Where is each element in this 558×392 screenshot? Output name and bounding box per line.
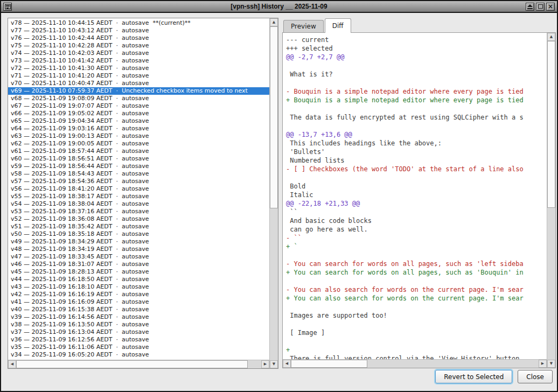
history-row[interactable]: v56 — 2025-11-09 18:41:20 AEDT · autosav…: [8, 185, 269, 193]
window-menu-icon: [5, 4, 11, 9]
history-row[interactable]: v68 — 2025-11-09 19:08:09 AEDT · autosav…: [8, 95, 269, 102]
history-row[interactable]: v50 — 2025-11-09 18:35:18 AEDT · autosav…: [8, 230, 269, 238]
diff-line: Numbered lists: [283, 156, 547, 165]
footer-buttons: Revert to Selected Close: [435, 370, 553, 383]
diff-line: [283, 337, 547, 346]
history-row[interactable]: v36 — 2025-11-09 16:12:56 AEDT · autosav…: [8, 336, 269, 344]
diff-horizontal-scrollbar[interactable]: ◀ ▶: [283, 359, 547, 368]
tab-diff[interactable]: Diff: [325, 18, 351, 33]
maximize-icon: [538, 4, 543, 9]
scroll-up-arrow-icon[interactable]: ▲: [547, 33, 555, 41]
dialog-content: v78 — 2025-11-10 10:44:15 AEDT · autosav…: [1, 13, 557, 390]
history-row[interactable]: v42 — 2025-11-09 16:16:19 AEDT · autosav…: [8, 291, 269, 298]
history-row[interactable]: v57 — 2025-11-09 18:54:36 AEDT · autosav…: [8, 178, 269, 185]
history-row[interactable]: v45 — 2025-11-09 18:28:13 AEDT · autosav…: [8, 268, 269, 276]
history-row[interactable]: v53 — 2025-11-09 18:37:16 AEDT · autosav…: [8, 208, 269, 215]
diff-line: [283, 79, 547, 87]
history-panel: v78 — 2025-11-10 10:44:15 AEDT · autosav…: [8, 18, 278, 369]
history-row[interactable]: v76 — 2025-11-10 10:42:44 AEDT · autosav…: [8, 34, 269, 42]
diff-line: + You can also search for words on the c…: [283, 294, 547, 303]
history-row[interactable]: v38 — 2025-11-09 16:13:50 AEDT · autosav…: [8, 321, 269, 328]
history-row[interactable]: v58 — 2025-11-09 18:54:43 AEDT · autosav…: [8, 170, 269, 178]
history-list[interactable]: v78 — 2025-11-10 10:44:15 AEDT · autosav…: [8, 18, 269, 360]
history-row[interactable]: v66 — 2025-11-09 19:05:02 AEDT · autosav…: [8, 110, 269, 117]
diff-line: [283, 104, 547, 113]
history-row[interactable]: v48 — 2025-11-09 18:34:19 AEDT · autosav…: [8, 246, 269, 253]
diff-line: There is full version control via the 'V…: [283, 354, 547, 359]
history-row[interactable]: v75 — 2025-11-10 10:42:28 AEDT · autosav…: [8, 42, 269, 50]
shade-button[interactable]: [526, 3, 534, 11]
history-row[interactable]: v67 — 2025-11-09 19:07:07 AEDT · autosav…: [8, 102, 269, 110]
diff-line: --- current: [283, 36, 547, 44]
history-row[interactable]: v44 — 2025-11-09 16:18:50 AEDT · autosav…: [8, 276, 269, 283]
history-row[interactable]: v71 — 2025-11-10 10:41:20 AEDT · autosav…: [8, 72, 269, 80]
history-row[interactable]: v61 — 2025-11-09 18:57:44 AEDT · autosav…: [8, 148, 269, 155]
window-menu-button[interactable]: [3, 3, 12, 11]
history-row[interactable]: v34 — 2025-11-09 16:05:20 AEDT · autosav…: [8, 351, 269, 359]
history-row[interactable]: v41 — 2025-11-09 16:16:09 AEDT · autosav…: [8, 298, 269, 306]
history-row[interactable]: v72 — 2025-11-10 10:41:30 AEDT · autosav…: [8, 65, 269, 72]
titlebar[interactable]: [vpn-ssh] History __ 2025-11-09 ×: [1, 1, 557, 13]
history-row[interactable]: v74 — 2025-11-10 10:42:03 AEDT · autosav…: [8, 50, 269, 57]
history-row[interactable]: v49 — 2025-11-09 18:34:29 AEDT · autosav…: [8, 238, 269, 246]
history-row[interactable]: v69 — 2025-11-10 07:59:37 AEDT · Uncheck…: [8, 87, 269, 95]
diff-line: [283, 251, 547, 260]
diff-line: What is it?: [283, 70, 547, 79]
scroll-right-arrow-icon[interactable]: ▶: [539, 360, 547, 368]
scroll-up-arrow-icon[interactable]: ▲: [270, 18, 278, 26]
history-row[interactable]: v77 — 2025-11-10 10:43:12 AEDT · autosav…: [8, 27, 269, 34]
close-icon: ×: [548, 3, 553, 10]
history-row[interactable]: v59 — 2025-11-09 18:56:44 AEDT · autosav…: [8, 163, 269, 170]
tab-preview[interactable]: Preview: [283, 20, 324, 32]
diff-line: + Bouquin is a simple notepad editor whe…: [283, 96, 547, 104]
history-row[interactable]: v46 — 2025-11-09 18:31:07 AEDT · autosav…: [8, 261, 269, 268]
history-row[interactable]: v39 — 2025-11-09 16:14:56 AEDT · autosav…: [8, 313, 269, 321]
diff-vertical-scrollbar[interactable]: ▲ ▼: [547, 33, 555, 368]
history-row[interactable]: v52 — 2025-11-09 18:36:08 AEDT · autosav…: [8, 215, 269, 223]
history-row[interactable]: v55 — 2025-11-09 18:38:17 AEDT · autosav…: [8, 193, 269, 200]
history-vscroll-thumb[interactable]: [270, 26, 278, 208]
history-row[interactable]: v63 — 2025-11-09 19:00:13 AEDT · autosav…: [8, 132, 269, 140]
scroll-down-arrow-icon[interactable]: ▼: [270, 360, 278, 368]
history-row[interactable]: v54 — 2025-11-09 18:38:04 AEDT · autosav…: [8, 200, 269, 208]
scroll-right-arrow-icon[interactable]: ▶: [261, 360, 269, 368]
history-row[interactable]: v62 — 2025-11-09 19:00:05 AEDT · autosav…: [8, 140, 269, 148]
history-row[interactable]: v78 — 2025-11-10 10:44:15 AEDT · autosav…: [8, 19, 269, 27]
scroll-left-arrow-icon[interactable]: ◀: [8, 360, 16, 368]
revert-to-selected-button[interactable]: Revert to Selected: [435, 370, 512, 383]
history-row[interactable]: v70 — 2025-11-10 10:40:47 AEDT · autosav…: [8, 80, 269, 87]
diff-line: 'Bullets': [283, 148, 547, 156]
history-row[interactable]: v65 — 2025-11-09 19:04:34 AEDT · autosav…: [8, 117, 269, 125]
diff-text[interactable]: --- current+++ selected@@ -2,7 +2,7 @@ W…: [283, 33, 547, 359]
diff-line: [283, 122, 547, 130]
history-row[interactable]: v60 — 2025-11-09 18:56:51 AEDT · autosav…: [8, 155, 269, 163]
diff-hscroll-thumb[interactable]: [291, 360, 367, 368]
diff-line: [283, 173, 547, 182]
diff-line: @@ -2,7 +2,7 @@: [283, 53, 547, 61]
diff-line: And basic code blocks: [283, 216, 547, 225]
close-dialog-button[interactable]: Close: [518, 370, 553, 383]
diff-line: - Bouquin is a simple notepad editor whe…: [283, 87, 547, 96]
history-row[interactable]: v73 — 2025-11-10 10:41:42 AEDT · autosav…: [8, 57, 269, 65]
diff-line: +: [283, 346, 547, 354]
history-row[interactable]: v51 — 2025-11-09 18:35:42 AEDT · autosav…: [8, 223, 269, 230]
diff-line: +++ selected: [283, 44, 547, 53]
history-row[interactable]: v35 — 2025-11-09 16:11:06 AEDT · autosav…: [8, 344, 269, 351]
diff-line: [283, 61, 547, 70]
history-row[interactable]: v40 — 2025-11-09 16:15:38 AEDT · autosav…: [8, 306, 269, 313]
diff-line: Images are supported too!: [283, 311, 547, 320]
maximize-button[interactable]: [536, 3, 545, 11]
history-vertical-scrollbar[interactable]: ▲ ▼: [269, 18, 278, 368]
close-window-button[interactable]: ×: [546, 3, 555, 11]
history-hscroll-thumb[interactable]: [16, 360, 248, 368]
history-row[interactable]: v47 — 2025-11-09 18:33:45 AEDT · autosav…: [8, 253, 269, 261]
diff-vscroll-thumb[interactable]: [547, 41, 555, 208]
history-horizontal-scrollbar[interactable]: ◀ ▶: [8, 360, 269, 368]
scroll-down-arrow-icon[interactable]: ▼: [547, 360, 555, 368]
diff-line: [283, 303, 547, 311]
history-row[interactable]: v43 — 2025-11-09 16:18:10 AEDT · autosav…: [8, 283, 269, 291]
diff-line: ``: [283, 208, 547, 216]
history-row[interactable]: v64 — 2025-11-09 19:03:16 AEDT · autosav…: [8, 125, 269, 132]
history-row[interactable]: v37 — 2025-11-09 16:13:04 AEDT · autosav…: [8, 328, 269, 336]
scroll-left-arrow-icon[interactable]: ◀: [283, 360, 291, 368]
